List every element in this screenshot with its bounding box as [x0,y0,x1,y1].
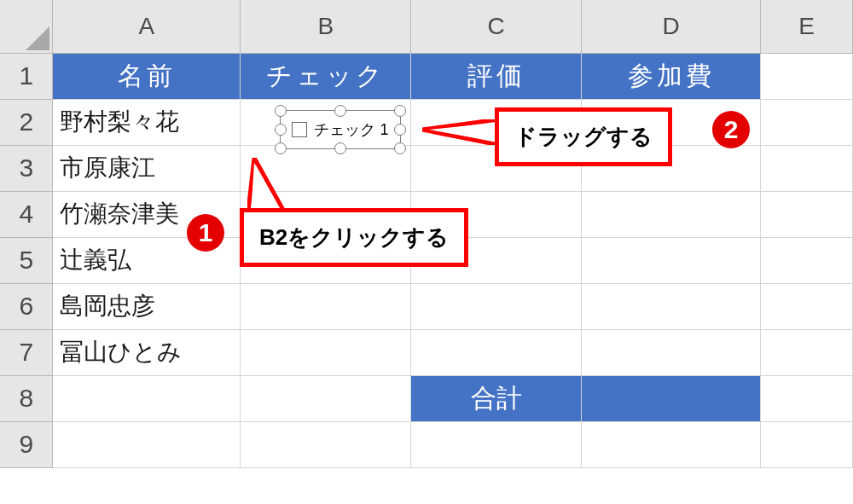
cell-E9[interactable] [761,421,853,467]
cell-E1[interactable] [761,53,853,99]
resize-handle-mr[interactable] [394,124,406,136]
cell-E4[interactable] [761,191,853,237]
callout-1: B2をクリックする [240,208,468,267]
cell-D1[interactable]: 参加費 [582,53,761,99]
col-header-D[interactable]: D [582,0,761,53]
cell-D8[interactable] [582,375,761,421]
cell-A6[interactable]: 島岡忠彦 [53,283,241,329]
col-header-E[interactable]: E [761,0,853,53]
row-header-4[interactable]: 4 [0,191,53,237]
row-header-8[interactable]: 8 [0,375,53,421]
cell-A3[interactable]: 市原康江 [53,145,241,191]
checkbox-label: チェック 1 [314,119,388,140]
cell-C1[interactable]: 評価 [411,53,582,99]
callout-2-arrow-icon [422,119,499,145]
cell-A9[interactable] [53,421,241,467]
col-header-C[interactable]: C [411,0,582,53]
resize-handle-tm[interactable] [334,105,346,117]
cell-B8[interactable] [241,375,411,421]
cell-D7[interactable] [582,329,761,375]
row-header-6[interactable]: 6 [0,283,53,329]
step-badge-2: 2 [712,111,750,148]
cell-C6[interactable] [411,283,582,329]
cell-C7[interactable] [411,329,582,375]
cell-B9[interactable] [241,421,411,467]
cell-A7[interactable]: 冨山ひとみ [53,329,241,375]
resize-handle-tr[interactable] [394,105,406,117]
select-all-corner[interactable] [0,0,53,53]
row-header-2[interactable]: 2 [0,99,53,145]
resize-handle-br[interactable] [394,142,406,154]
resize-handle-bm[interactable] [334,142,346,154]
cell-B7[interactable] [241,329,411,375]
row-header-1[interactable]: 1 [0,53,53,99]
col-header-B[interactable]: B [241,0,411,53]
callout-2-text: ドラッグする [514,124,653,149]
cell-C9[interactable] [411,421,582,467]
cell-C8[interactable]: 合計 [411,375,582,421]
cell-A8[interactable] [53,375,241,421]
row-header-3[interactable]: 3 [0,145,53,191]
callout-1-text: B2をクリックする [259,224,449,250]
cell-D6[interactable] [582,283,761,329]
row-header-9[interactable]: 9 [0,421,53,467]
resize-handle-bl[interactable] [275,142,287,154]
select-all-icon [26,26,49,50]
step-badge-1: 1 [187,214,224,252]
cell-B6[interactable] [241,283,411,329]
cell-D9[interactable] [582,421,761,467]
cell-B1[interactable]: チェック [241,53,411,99]
callout-2: ドラッグする [495,107,672,166]
cell-E5[interactable] [761,237,853,283]
cell-E8[interactable] [761,375,853,421]
resize-handle-tl[interactable] [275,105,287,117]
resize-handle-ml[interactable] [275,124,287,136]
col-header-A[interactable]: A [53,0,241,53]
cell-E3[interactable] [761,145,853,191]
cell-E6[interactable] [761,283,853,329]
row-header-7[interactable]: 7 [0,329,53,375]
checkbox-control[interactable]: チェック 1 [280,110,401,149]
cell-E7[interactable] [761,329,853,375]
cell-D4[interactable] [582,191,761,237]
cell-E2[interactable] [761,99,853,145]
checkbox-icon [292,122,307,137]
cell-A1[interactable]: 名前 [53,53,241,99]
cell-D5[interactable] [582,237,761,283]
row-header-5[interactable]: 5 [0,237,53,283]
cell-A2[interactable]: 野村梨々花 [53,99,241,145]
